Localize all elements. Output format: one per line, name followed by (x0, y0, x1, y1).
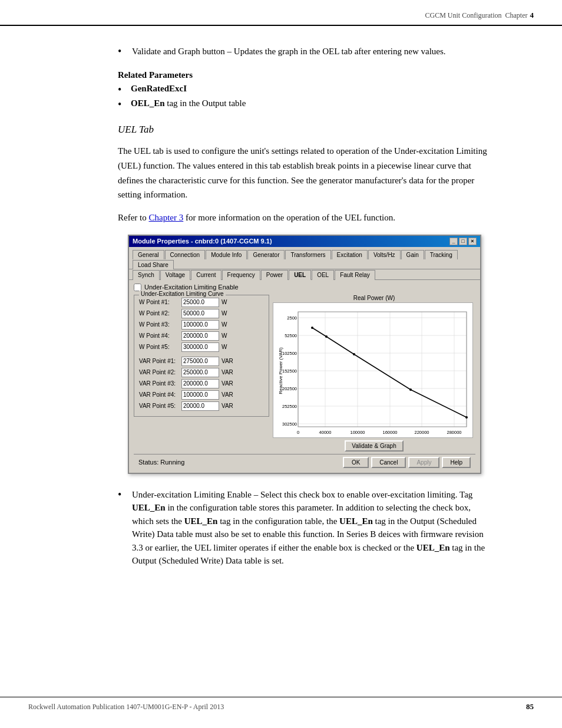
w1-input[interactable] (181, 298, 219, 307)
rp-dot-2: • (118, 98, 131, 111)
uel-enable-label: Under-Excitation Limiting Enable (144, 284, 239, 291)
w3-label: W Point #3: (139, 321, 181, 328)
w4-input[interactable] (181, 331, 219, 341)
tab-tracking[interactable]: Tracking (425, 250, 458, 259)
var-point-2: VAR Point #2: VAR (139, 368, 264, 377)
var-point-4: VAR Point #4: VAR (139, 390, 264, 400)
related-params-title: Related Parameters (118, 70, 491, 80)
tab-current[interactable]: Current (191, 270, 221, 280)
bullet-dot-2: • (118, 487, 132, 568)
var5-unit: VAR (222, 403, 234, 409)
w3-input[interactable] (181, 320, 219, 330)
uel-point-5 (465, 416, 468, 419)
cancel-button[interactable]: Cancel (371, 457, 406, 468)
w-point-5: W Point #5: W (139, 342, 264, 352)
dialog-maximize-btn[interactable]: □ (459, 238, 467, 245)
dialog-close-btn[interactable]: × (468, 238, 477, 245)
chapter-label: Chapter (505, 11, 528, 19)
var2-label: VAR Point #2: (139, 369, 181, 375)
var4-unit: VAR (222, 391, 234, 398)
tab-transformers[interactable]: Transformers (285, 250, 330, 259)
var1-unit: VAR (222, 358, 234, 364)
tab-uel[interactable]: UEL (289, 270, 311, 280)
svg-text:302500: 302500 (282, 421, 297, 427)
uel-en-bold-3: UEL_En (339, 516, 373, 526)
w-point-1: W Point #1: W (139, 298, 264, 307)
svg-text:100000: 100000 (350, 430, 365, 435)
var3-label: VAR Point #3: (139, 380, 181, 387)
refer-suffix: for more information on the operation of… (183, 213, 395, 222)
w5-input[interactable] (181, 342, 219, 352)
uel-point-3 (353, 353, 355, 355)
validate-graph-button[interactable]: Validate & Graph (345, 440, 403, 452)
svg-text:2500: 2500 (287, 315, 297, 321)
tab-oel[interactable]: OEL (312, 270, 334, 280)
ok-button[interactable]: OK (343, 457, 369, 468)
tab-synch[interactable]: Synch (133, 270, 160, 280)
dialog-title-icons: _ □ × (449, 238, 477, 245)
dialog-minimize-btn[interactable]: _ (449, 238, 458, 245)
var3-input[interactable] (181, 379, 219, 388)
svg-text:40000: 40000 (319, 430, 332, 435)
w-points: W Point #1: W W Point #2: W (139, 298, 264, 352)
uel-point-1 (311, 327, 313, 329)
var1-input[interactable] (181, 357, 219, 366)
var2-input[interactable] (181, 368, 219, 377)
chapter3-link[interactable]: Chapter 3 (148, 213, 183, 222)
tab-volts-hz[interactable]: Volts/Hz (368, 250, 401, 259)
dialog-right: Real Power (W) Reactive Power (VAR) (273, 295, 475, 452)
svg-text:160000: 160000 (382, 430, 397, 435)
uel-en-bold-1: UEL_En (132, 503, 166, 512)
tab-module-info[interactable]: Module Info (206, 250, 247, 259)
w4-label: W Point #4: (139, 332, 181, 339)
tab-connection[interactable]: Connection (165, 250, 206, 259)
svg-text:0: 0 (297, 430, 299, 435)
dialog-tabs-row1: General Connection Module Info Generator… (129, 247, 480, 269)
dialog-action-buttons: OK Cancel Apply Help (343, 457, 471, 468)
related-param-2-text: OEL_En tag in the Output table (131, 98, 246, 108)
page-header: CGCM Unit Configuration Chapter4 (0, 0, 562, 26)
w2-unit: W (222, 310, 234, 317)
tab-voltage[interactable]: Voltage (160, 270, 190, 280)
w5-label: W Point #5: (139, 344, 181, 350)
tab-generator[interactable]: Generator (247, 250, 285, 259)
tab-load-share[interactable]: Load Share (133, 260, 174, 269)
related-param-1: • GenRatedExcI (118, 84, 491, 96)
related-param-2: • OEL_En tag in the Output table (118, 98, 491, 111)
svg-text:152500: 152500 (282, 368, 297, 374)
uel-point-2 (325, 335, 328, 338)
uel-en-bold-4: UEL_En (416, 543, 450, 552)
bullet-uel-enable: • Under-excitation Limiting Enable – Sel… (118, 488, 491, 568)
w2-input[interactable] (181, 309, 219, 318)
apply-button[interactable]: Apply (408, 457, 439, 468)
footer-publication: Rockwell Automation Publication 1407-UM0… (28, 703, 224, 711)
var-point-1: VAR Point #1: VAR (139, 357, 264, 366)
dialog-titlebar[interactable]: Module Properties - cnbrd:0 (1407-CGCM 9… (129, 236, 480, 247)
dialog-status-bar: Status: Running OK Cancel Apply Help (134, 454, 475, 470)
tab-general[interactable]: General (133, 250, 164, 259)
svg-text:202500: 202500 (282, 386, 297, 391)
w-point-3: W Point #3: W (139, 320, 264, 330)
var5-input[interactable] (181, 401, 219, 411)
tab-gain[interactable]: Gain (401, 250, 424, 259)
var3-unit: VAR (222, 380, 234, 387)
module-properties-dialog: Module Properties - cnbrd:0 (1407-CGCM 9… (128, 235, 481, 474)
tab-power[interactable]: Power (261, 270, 288, 280)
dialog-body: Under-Excitation Limiting Enable Under-E… (129, 280, 480, 473)
uel-chart: Reactive Power (VAR) (273, 302, 473, 438)
dialog-title: Module Properties - cnbrd:0 (1407-CGCM 9… (133, 238, 272, 245)
status-area: Status: Running (138, 459, 184, 466)
body-text-uel: The UEL tab is used to configure the uni… (118, 144, 491, 202)
related-parameters: Related Parameters • GenRatedExcI • OEL_… (118, 70, 491, 111)
tab-frequency[interactable]: Frequency (222, 270, 260, 280)
status-value: Running (160, 459, 184, 466)
chart-container: Reactive Power (VAR) (273, 302, 475, 438)
section-title-uel: UEL Tab (118, 124, 491, 136)
w5-unit: W (222, 344, 234, 350)
refer-text: Refer to Chapter 3 for more information … (118, 210, 491, 225)
tab-fault-relay[interactable]: Fault Relay (335, 270, 375, 280)
svg-text:252500: 252500 (282, 404, 297, 409)
var4-input[interactable] (181, 390, 219, 400)
help-button[interactable]: Help (442, 457, 471, 468)
tab-excitation[interactable]: Excitation (332, 250, 368, 259)
